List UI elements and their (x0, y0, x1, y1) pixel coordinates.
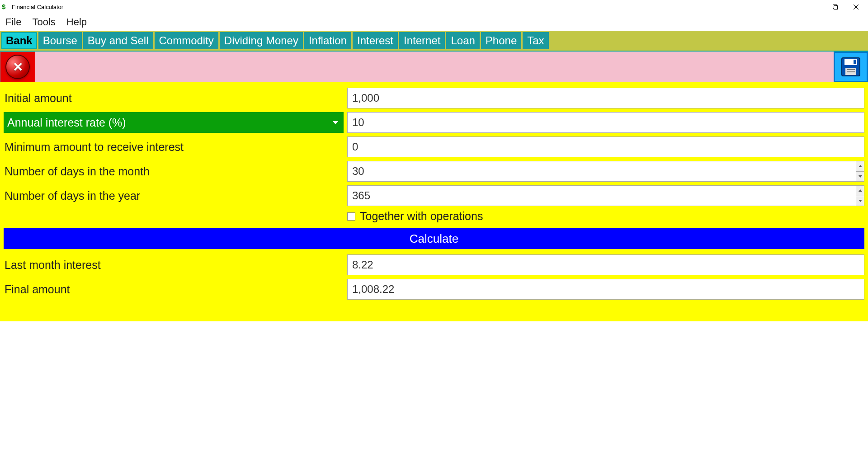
days-year-label: Number of days in the year (4, 189, 344, 202)
svg-rect-2 (834, 5, 837, 9)
spinner-up-button[interactable] (856, 186, 864, 196)
menu-help[interactable]: Help (66, 16, 87, 28)
save-button[interactable] (834, 52, 868, 82)
interest-rate-dropdown[interactable]: Annual interest rate (%) (4, 112, 344, 133)
last-month-output[interactable] (347, 254, 864, 275)
menubar: File Tools Help (0, 14, 868, 31)
tab-buy-and-sell[interactable]: Buy and Sell (83, 32, 153, 49)
row-min-amount: Minimum amount to receive interest (4, 136, 864, 157)
tab-phone[interactable]: Phone (481, 32, 521, 49)
interest-rate-input[interactable] (347, 112, 864, 133)
min-amount-input[interactable] (347, 136, 864, 157)
min-amount-label: Minimum amount to receive interest (4, 141, 344, 154)
days-month-label: Number of days in the month (4, 165, 344, 178)
initial-amount-input[interactable] (347, 88, 864, 108)
row-last-month: Last month interest (4, 254, 864, 275)
close-icon (5, 55, 30, 79)
tab-inflation[interactable]: Inflation (304, 32, 351, 49)
days-month-spinner (856, 161, 864, 181)
days-year-input[interactable] (347, 185, 864, 206)
calculate-button[interactable]: Calculate (4, 228, 864, 249)
form-area: Initial amount Annual interest rate (%) … (0, 82, 868, 321)
window-title: Financial Calculator (12, 4, 63, 10)
together-checkbox[interactable] (347, 212, 355, 221)
days-year-spinner (856, 186, 864, 206)
close-window-button[interactable] (845, 0, 866, 14)
app-icon: $ (2, 3, 9, 10)
maximize-button[interactable] (825, 0, 845, 14)
tab-internet[interactable]: Internet (399, 32, 445, 49)
tab-commodity[interactable]: Commodity (155, 32, 218, 49)
together-label: Together with operations (360, 210, 483, 223)
tab-tax[interactable]: Tax (523, 32, 548, 49)
row-interest-rate: Annual interest rate (%) (4, 112, 864, 133)
final-amount-label: Final amount (4, 283, 344, 296)
clear-button[interactable] (0, 52, 35, 82)
last-month-label: Last month interest (4, 259, 344, 272)
menu-tools[interactable]: Tools (32, 16, 55, 28)
tabbar: Bank Bourse Buy and Sell Commodity Divid… (0, 31, 868, 51)
toolbar (0, 51, 868, 82)
svg-rect-7 (854, 60, 856, 64)
days-month-input[interactable] (347, 161, 864, 182)
row-initial-amount: Initial amount (4, 88, 864, 108)
spinner-up-button[interactable] (856, 161, 864, 172)
chevron-down-icon (333, 121, 338, 124)
row-together: Together with operations (4, 210, 864, 223)
initial-amount-label: Initial amount (4, 92, 344, 105)
row-final-amount: Final amount (4, 279, 864, 300)
interest-rate-label: Annual interest rate (%) (7, 116, 126, 129)
minimize-button[interactable] (804, 0, 825, 14)
tab-dividing-money[interactable]: Dividing Money (220, 32, 303, 49)
tab-bourse[interactable]: Bourse (38, 32, 82, 49)
tab-loan[interactable]: Loan (446, 32, 479, 49)
row-days-month: Number of days in the month (4, 161, 864, 182)
svg-marker-11 (859, 165, 862, 167)
row-days-year: Number of days in the year (4, 185, 864, 206)
toolbar-spacer (35, 52, 834, 82)
spinner-down-button[interactable] (856, 196, 864, 206)
spinner-down-button[interactable] (856, 172, 864, 182)
window-controls (804, 0, 866, 14)
tab-interest[interactable]: Interest (353, 32, 398, 49)
titlebar: $ Financial Calculator (0, 0, 868, 14)
final-amount-output[interactable] (347, 279, 864, 300)
svg-marker-13 (859, 189, 862, 192)
tab-bank[interactable]: Bank (1, 32, 37, 49)
svg-marker-12 (859, 175, 862, 178)
save-icon (840, 56, 862, 78)
menu-file[interactable]: File (5, 16, 21, 28)
svg-marker-14 (859, 200, 862, 202)
